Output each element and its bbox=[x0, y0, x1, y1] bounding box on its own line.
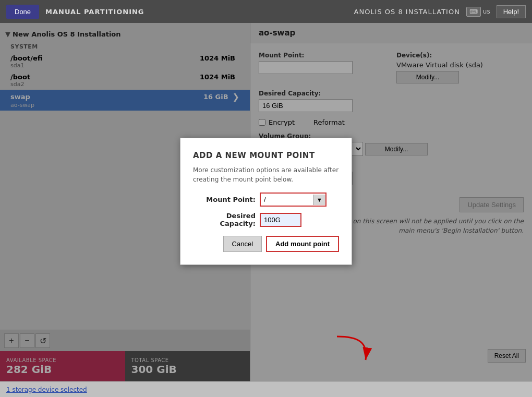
install-title: ANOLIS OS 8 INSTALLATION bbox=[354, 8, 460, 16]
modal-title: ADD A NEW MOUNT POINT bbox=[193, 151, 339, 160]
top-bar: Done MANUAL PARTITIONING ANOLIS OS 8 INS… bbox=[0, 0, 532, 23]
storage-device-link[interactable]: 1 storage device selected bbox=[6, 386, 87, 393]
keyboard-lang: us bbox=[483, 8, 490, 15]
modal-mount-point-label: Mount Point: bbox=[193, 196, 256, 203]
bottom-bar: 1 storage device selected bbox=[0, 381, 532, 397]
modal-capacity-row: Desired Capacity: bbox=[193, 212, 339, 227]
add-mount-point-modal: ADD A NEW MOUNT POINT More customization… bbox=[180, 138, 352, 265]
modal-capacity-input[interactable] bbox=[260, 213, 301, 227]
modal-description: More customization options are available… bbox=[193, 165, 339, 184]
top-bar-left: Done MANUAL PARTITIONING bbox=[6, 5, 144, 19]
modal-mount-point-row: Mount Point: ▼ bbox=[193, 193, 339, 207]
help-button[interactable]: Help! bbox=[497, 5, 526, 18]
keyboard-icon: ⌨ bbox=[466, 7, 481, 17]
red-arrow-annotation bbox=[332, 331, 373, 373]
app-title: MANUAL PARTITIONING bbox=[45, 8, 144, 16]
modal-mount-point-container: ▼ bbox=[260, 193, 327, 207]
modal-mount-point-dropdown[interactable]: ▼ bbox=[313, 195, 325, 205]
keyboard-indicator: ⌨ us bbox=[466, 7, 490, 17]
modal-buttons: Cancel Add mount point bbox=[193, 236, 339, 252]
top-bar-right: ANOLIS OS 8 INSTALLATION ⌨ us Help! bbox=[354, 5, 526, 18]
add-mount-point-button[interactable]: Add mount point bbox=[266, 236, 339, 252]
modal-capacity-label: Desired Capacity: bbox=[193, 212, 256, 227]
modal-mount-point-input[interactable] bbox=[261, 194, 313, 206]
done-button[interactable]: Done bbox=[6, 5, 39, 19]
cancel-button[interactable]: Cancel bbox=[223, 236, 262, 252]
modal-overlay: ADD A NEW MOUNT POINT More customization… bbox=[0, 23, 532, 381]
